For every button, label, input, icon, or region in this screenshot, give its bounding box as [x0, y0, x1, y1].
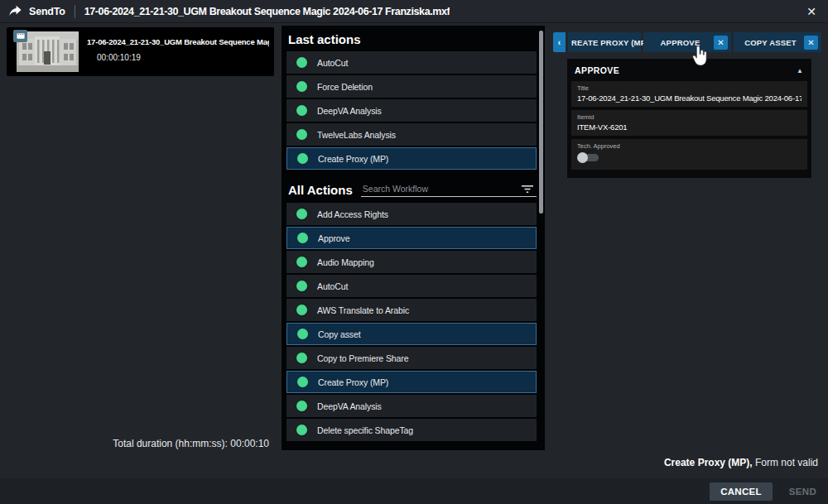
- dialog-app-label: SendTo: [29, 6, 65, 17]
- actions-scrollbar[interactable]: [539, 31, 543, 214]
- video-type-badge: [13, 30, 27, 42]
- collapse-icon[interactable]: ▲: [797, 67, 803, 74]
- film-icon: [17, 32, 25, 40]
- chip-create-proxy[interactable]: REATE PROXY (MP) ✕: [568, 32, 641, 52]
- asset-info: 17-06-2024_21-21-30_UGM Breakout Sequenc…: [79, 27, 274, 76]
- status-dot-icon: [296, 57, 307, 68]
- action-item-copy-asset-selected[interactable]: Copy asset: [286, 323, 537, 345]
- approve-form-header[interactable]: APPROVE ▲: [571, 59, 807, 81]
- send-to-icon: [8, 4, 22, 18]
- status-action-name: Create Proxy (MP),: [664, 457, 753, 468]
- status-dot-icon: [296, 209, 307, 219]
- remove-chip-icon[interactable]: ✕: [804, 36, 818, 50]
- dialog-footer: CANCEL SEND: [0, 478, 828, 504]
- action-item-twelvelabs-analysis[interactable]: TwelveLabs Analysis: [286, 123, 537, 146]
- remove-chip-icon[interactable]: ✕: [714, 36, 728, 50]
- status-dot-icon: [296, 305, 307, 315]
- all-actions-bar: All Actions: [288, 183, 537, 197]
- itemid-field[interactable]: Itemid ITEM-VX-6201: [571, 110, 807, 136]
- approve-form-panel: APPROVE ▲ Title 17-06-2024_21-21-30_UGM …: [567, 59, 811, 178]
- status-dot-icon: [296, 105, 307, 116]
- actions-panel: Last actions AutoCut Force Deletion Deep…: [282, 26, 545, 450]
- action-item-autocut[interactable]: AutoCut: [286, 51, 537, 74]
- status-dot-icon: [296, 401, 307, 411]
- filter-icon[interactable]: [522, 185, 533, 194]
- action-item-deepva-analysis[interactable]: DeepVA Analysis: [286, 99, 537, 122]
- action-item-autocut-all[interactable]: AutoCut: [286, 275, 537, 297]
- action-item-create-proxy-all-selected[interactable]: Create Proxy (MP): [286, 371, 537, 393]
- chevron-left-icon[interactable]: ‹: [553, 32, 566, 52]
- sendto-dialog: SendTo 17-06-2024_21-21-30_UGM Breakout …: [0, 0, 828, 504]
- titlebar-divider: [75, 5, 75, 18]
- status-dot-icon: [297, 153, 308, 164]
- title-field[interactable]: Title 17-06-2024_21-21-30_UGM Breakout S…: [571, 81, 807, 107]
- action-item-copy-premiere-share[interactable]: Copy to Premiere Share: [286, 347, 537, 369]
- status-dot-icon: [296, 257, 307, 267]
- dialog-titlebar: SendTo 17-06-2024_21-21-30_UGM Breakout …: [0, 0, 828, 23]
- selected-actions-chips: ‹ REATE PROXY (MP) ✕ APPROVE ✕ COPY ASSE…: [553, 32, 821, 52]
- status-dot-icon: [296, 353, 307, 363]
- status-dot-icon: [297, 329, 308, 339]
- asset-thumbnail: [17, 31, 79, 72]
- action-item-approve-selected[interactable]: Approve: [286, 227, 537, 249]
- total-duration-label: Total duration (hh:mm:ss): 00:00:10: [0, 438, 269, 449]
- action-item-audio-mapping[interactable]: Audio Mapping: [286, 251, 537, 273]
- action-item-force-deletion[interactable]: Force Deletion: [286, 75, 537, 98]
- status-message-text: Form not valid: [753, 457, 818, 468]
- status-dot-icon: [296, 81, 307, 92]
- status-dot-icon: [296, 129, 307, 140]
- asset-duration: 00:00:10:19: [97, 53, 269, 62]
- close-icon[interactable]: ✕: [806, 4, 816, 19]
- chip-copy-asset[interactable]: COPY ASSET ✕: [734, 32, 821, 52]
- send-button[interactable]: SEND: [789, 487, 816, 497]
- all-actions-header: All Actions: [288, 183, 353, 197]
- last-actions-header: Last actions: [288, 32, 537, 46]
- status-dot-icon: [297, 377, 308, 387]
- status-dot-icon: [296, 425, 307, 435]
- action-item-delete-shapetag[interactable]: Delete specific ShapeTag: [286, 419, 537, 441]
- tech-approved-field: Tech. Approved: [571, 139, 807, 170]
- chip-approve[interactable]: APPROVE ✕: [643, 32, 731, 52]
- search-workflow-wrap: [361, 184, 537, 197]
- action-item-deepva-analysis-all[interactable]: DeepVA Analysis: [286, 395, 537, 417]
- status-dot-icon: [296, 281, 307, 291]
- asset-title: 17-06-2024_21-21-30_UGM Breakout Sequenc…: [87, 37, 269, 46]
- action-item-create-proxy-selected[interactable]: Create Proxy (MP): [286, 147, 537, 170]
- dialog-asset-title: 17-06-2024_21-21-30_UGM Breakout Sequenc…: [84, 6, 450, 17]
- action-item-aws-translate[interactable]: AWS Translate to Arabic: [286, 299, 537, 321]
- asset-card[interactable]: 17-06-2024_21-21-30_UGM Breakout Sequenc…: [7, 27, 274, 76]
- status-dot-icon: [297, 233, 308, 243]
- tech-approved-toggle[interactable]: [577, 152, 600, 163]
- action-item-add-access-rights[interactable]: Add Access Rights: [286, 203, 537, 225]
- cancel-button[interactable]: CANCEL: [710, 482, 773, 501]
- form-status-message: Create Proxy (MP), Form not valid: [664, 457, 818, 468]
- search-workflow-input[interactable]: [363, 184, 522, 194]
